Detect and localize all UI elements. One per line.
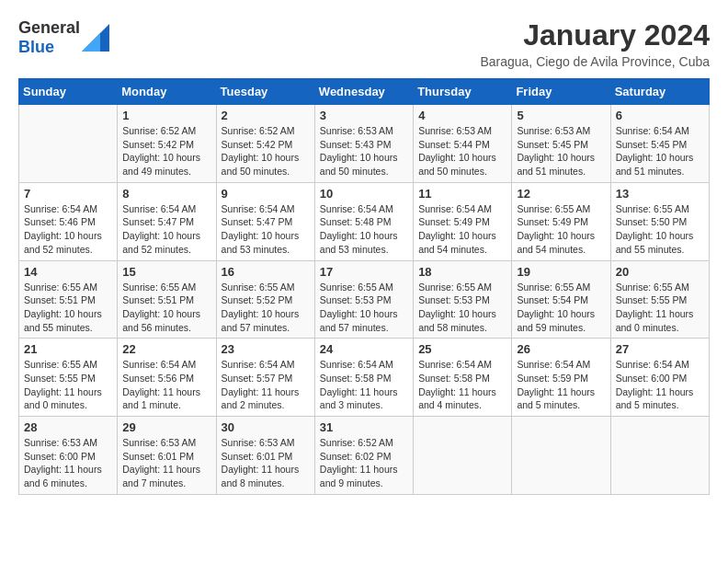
week-row-4: 21Sunrise: 6:55 AM Sunset: 5:55 PM Dayli… — [19, 339, 710, 417]
day-cell: 8Sunrise: 6:54 AM Sunset: 5:47 PM Daylig… — [118, 182, 216, 260]
title-area: January 2024 Baragua, Ciego de Avila Pro… — [480, 18, 710, 69]
day-cell: 28Sunrise: 6:53 AM Sunset: 6:00 PM Dayli… — [19, 417, 118, 495]
day-number: 23 — [222, 342, 310, 356]
day-number: 5 — [517, 109, 605, 122]
day-cell: 4Sunrise: 6:53 AM Sunset: 5:44 PM Daylig… — [414, 105, 512, 183]
day-cell: 16Sunrise: 6:55 AM Sunset: 5:52 PM Dayli… — [216, 260, 314, 339]
day-cell — [414, 417, 512, 495]
calendar-table: SundayMondayTuesdayWednesdayThursdayFrid… — [18, 78, 710, 495]
day-number: 12 — [517, 187, 605, 201]
month-title: January 2024 — [480, 18, 710, 52]
day-info: Sunrise: 6:54 AM Sunset: 5:47 PM Dayligh… — [122, 202, 210, 257]
day-info: Sunrise: 6:55 AM Sunset: 5:52 PM Dayligh… — [222, 281, 310, 335]
day-cell: 17Sunrise: 6:55 AM Sunset: 5:53 PM Dayli… — [314, 260, 413, 339]
day-cell: 30Sunrise: 6:53 AM Sunset: 6:01 PM Dayli… — [216, 417, 314, 495]
day-cell: 20Sunrise: 6:55 AM Sunset: 5:55 PM Dayli… — [610, 260, 709, 339]
header-cell-saturday: Saturday — [610, 79, 709, 105]
day-info: Sunrise: 6:54 AM Sunset: 6:00 PM Dayligh… — [616, 358, 704, 412]
week-row-1: 1Sunrise: 6:52 AM Sunset: 5:42 PM Daylig… — [19, 105, 710, 183]
day-info: Sunrise: 6:53 AM Sunset: 6:01 PM Dayligh… — [122, 436, 210, 490]
day-cell: 21Sunrise: 6:55 AM Sunset: 5:55 PM Dayli… — [19, 339, 118, 417]
day-number: 22 — [122, 342, 210, 356]
day-info: Sunrise: 6:54 AM Sunset: 5:49 PM Dayligh… — [418, 202, 506, 257]
day-cell: 5Sunrise: 6:53 AM Sunset: 5:45 PM Daylig… — [512, 105, 610, 183]
day-number: 16 — [222, 265, 310, 279]
day-info: Sunrise: 6:55 AM Sunset: 5:53 PM Dayligh… — [320, 281, 408, 335]
header-cell-tuesday: Tuesday — [216, 79, 314, 105]
day-number: 3 — [320, 109, 408, 122]
day-info: Sunrise: 6:55 AM Sunset: 5:50 PM Dayligh… — [616, 202, 704, 257]
day-cell: 25Sunrise: 6:54 AM Sunset: 5:58 PM Dayli… — [414, 339, 512, 417]
day-number: 4 — [418, 109, 506, 122]
day-cell: 27Sunrise: 6:54 AM Sunset: 6:00 PM Dayli… — [610, 339, 709, 417]
day-number: 24 — [320, 342, 408, 356]
day-info: Sunrise: 6:55 AM Sunset: 5:55 PM Dayligh… — [24, 358, 112, 412]
day-cell — [610, 417, 709, 495]
day-info: Sunrise: 6:53 AM Sunset: 6:01 PM Dayligh… — [222, 436, 310, 490]
calendar-body: 1Sunrise: 6:52 AM Sunset: 5:42 PM Daylig… — [19, 105, 710, 495]
day-info: Sunrise: 6:55 AM Sunset: 5:54 PM Dayligh… — [517, 281, 605, 335]
day-number: 15 — [122, 265, 210, 279]
day-cell: 24Sunrise: 6:54 AM Sunset: 5:58 PM Dayli… — [314, 339, 413, 417]
header-row: SundayMondayTuesdayWednesdayThursdayFrid… — [19, 79, 710, 105]
day-number: 28 — [24, 420, 112, 434]
day-number: 21 — [24, 342, 112, 356]
day-cell: 14Sunrise: 6:55 AM Sunset: 5:51 PM Dayli… — [19, 260, 118, 339]
logo-blue: Blue — [18, 38, 54, 56]
week-row-3: 14Sunrise: 6:55 AM Sunset: 5:51 PM Dayli… — [19, 260, 710, 339]
day-info: Sunrise: 6:54 AM Sunset: 5:59 PM Dayligh… — [517, 358, 605, 412]
day-number: 20 — [616, 265, 704, 279]
location-title: Baragua, Ciego de Avila Province, Cuba — [480, 54, 710, 69]
day-cell: 31Sunrise: 6:52 AM Sunset: 6:02 PM Dayli… — [314, 417, 413, 495]
header-cell-friday: Friday — [512, 79, 610, 105]
day-cell: 11Sunrise: 6:54 AM Sunset: 5:49 PM Dayli… — [414, 182, 512, 260]
day-number: 8 — [122, 187, 210, 201]
day-cell: 26Sunrise: 6:54 AM Sunset: 5:59 PM Dayli… — [512, 339, 610, 417]
day-number: 27 — [616, 342, 704, 356]
week-row-2: 7Sunrise: 6:54 AM Sunset: 5:46 PM Daylig… — [19, 182, 710, 260]
day-cell — [19, 105, 118, 183]
header-cell-wednesday: Wednesday — [314, 79, 413, 105]
day-cell: 7Sunrise: 6:54 AM Sunset: 5:46 PM Daylig… — [19, 182, 118, 260]
day-cell: 12Sunrise: 6:55 AM Sunset: 5:49 PM Dayli… — [512, 182, 610, 260]
day-info: Sunrise: 6:54 AM Sunset: 5:46 PM Dayligh… — [24, 202, 112, 257]
day-number: 1 — [122, 109, 210, 122]
header-cell-sunday: Sunday — [19, 79, 118, 105]
day-cell: 29Sunrise: 6:53 AM Sunset: 6:01 PM Dayli… — [118, 417, 216, 495]
day-info: Sunrise: 6:54 AM Sunset: 5:57 PM Dayligh… — [222, 358, 310, 412]
header-cell-thursday: Thursday — [414, 79, 512, 105]
day-number: 10 — [320, 187, 408, 201]
day-cell: 13Sunrise: 6:55 AM Sunset: 5:50 PM Dayli… — [610, 182, 709, 260]
day-number: 13 — [616, 187, 704, 201]
day-info: Sunrise: 6:54 AM Sunset: 5:48 PM Dayligh… — [320, 202, 408, 257]
day-info: Sunrise: 6:53 AM Sunset: 5:45 PM Dayligh… — [517, 124, 605, 178]
day-info: Sunrise: 6:55 AM Sunset: 5:53 PM Dayligh… — [418, 281, 506, 335]
svg-marker-1 — [82, 33, 100, 52]
day-number: 14 — [24, 265, 112, 279]
day-cell: 22Sunrise: 6:54 AM Sunset: 5:56 PM Dayli… — [118, 339, 216, 417]
day-number: 17 — [320, 265, 408, 279]
logo-icon — [82, 24, 109, 52]
week-row-5: 28Sunrise: 6:53 AM Sunset: 6:00 PM Dayli… — [19, 417, 710, 495]
calendar-header: SundayMondayTuesdayWednesdayThursdayFrid… — [19, 79, 710, 105]
day-cell: 9Sunrise: 6:54 AM Sunset: 5:47 PM Daylig… — [216, 182, 314, 260]
day-info: Sunrise: 6:53 AM Sunset: 5:43 PM Dayligh… — [320, 124, 408, 178]
day-info: Sunrise: 6:54 AM Sunset: 5:47 PM Dayligh… — [222, 202, 310, 257]
day-number: 19 — [517, 265, 605, 279]
day-number: 30 — [222, 420, 310, 434]
logo: General Blue — [18, 18, 109, 57]
header-cell-monday: Monday — [118, 79, 216, 105]
day-cell: 10Sunrise: 6:54 AM Sunset: 5:48 PM Dayli… — [314, 182, 413, 260]
logo-text: General Blue — [18, 18, 80, 57]
day-info: Sunrise: 6:55 AM Sunset: 5:55 PM Dayligh… — [616, 281, 704, 335]
page-header: General Blue January 2024 Baragua, Ciego… — [18, 18, 710, 69]
day-info: Sunrise: 6:53 AM Sunset: 6:00 PM Dayligh… — [24, 436, 112, 490]
logo-general: General — [18, 18, 80, 37]
day-cell: 2Sunrise: 6:52 AM Sunset: 5:42 PM Daylig… — [216, 105, 314, 183]
day-number: 2 — [222, 109, 310, 122]
day-cell: 6Sunrise: 6:54 AM Sunset: 5:45 PM Daylig… — [610, 105, 709, 183]
day-info: Sunrise: 6:53 AM Sunset: 5:44 PM Dayligh… — [418, 124, 506, 178]
day-info: Sunrise: 6:54 AM Sunset: 5:58 PM Dayligh… — [320, 358, 408, 412]
day-number: 7 — [24, 187, 112, 201]
day-cell: 3Sunrise: 6:53 AM Sunset: 5:43 PM Daylig… — [314, 105, 413, 183]
